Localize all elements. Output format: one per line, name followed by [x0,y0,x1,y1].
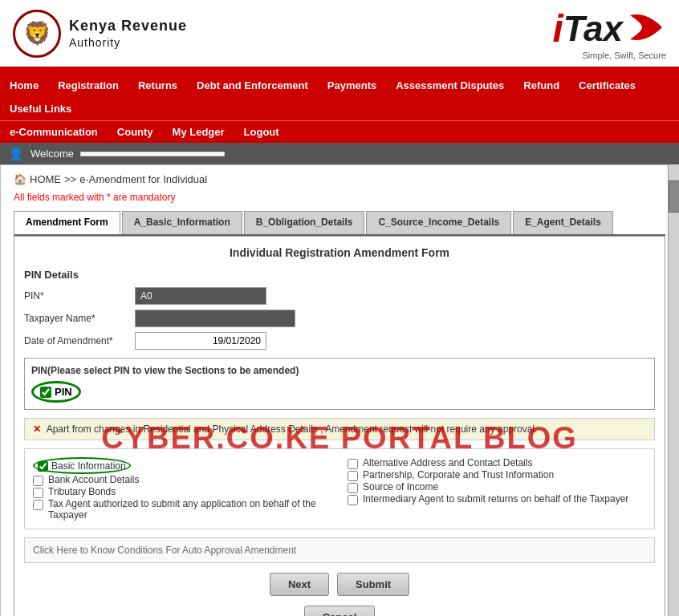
mandatory-note: All fields marked with * are mandatory [14,192,665,203]
basic-info-label: Basic Information [51,460,126,472]
pin-details-title: PIN Details [24,269,655,281]
option-partnership: Partnership, Corporate and Trust Informa… [348,469,646,481]
submit-button[interactable]: Submit [337,573,409,596]
taxpayer-input[interactable] [135,310,295,327]
pin-select-section: PIN(Please select PIN to view the Sectio… [24,358,655,410]
tab-amendment-form[interactable]: Amendment Form [14,211,120,234]
kra-name: Kenya Revenue [69,17,187,35]
nav-refund[interactable]: Refund [514,74,569,97]
source-income-checkbox[interactable] [348,483,358,493]
tabs-container: Amendment Form A_Basic_Information B_Obl… [14,211,665,236]
pin-checkbox-label: PIN [55,386,72,398]
nav-payments[interactable]: Payments [318,74,386,97]
auto-approval-section[interactable]: Click Here to Know Conditions For Auto A… [24,537,655,563]
tab-source-income[interactable]: C_Source_Income_Details [366,211,511,234]
intermediary-agent-checkbox[interactable] [348,495,358,505]
pin-input[interactable] [135,287,266,305]
nav-home[interactable]: Home [0,74,48,97]
date-input[interactable] [135,332,266,350]
pin-row: PIN* [24,287,655,305]
user-icon: 👤 [8,146,24,161]
itax-swoosh-icon [626,7,666,47]
option-tax-agent: Tax Agent authorized to submit any appli… [33,498,331,521]
option-basic-info: Basic Information [33,457,331,474]
nav-ecommunication[interactable]: e-Communication [0,121,108,143]
tax-agent-checkbox[interactable] [33,500,43,510]
nav-logout[interactable]: Logout [234,121,289,143]
itax-tax-text: Tax [563,9,623,49]
breadcrumb-home[interactable]: HOME [30,173,61,185]
itax-tagline: Simple, Swift, Secure [552,51,666,60]
nav-debt-enforcement[interactable]: Debt and Enforcement [187,74,318,97]
breadcrumb-current: e-Amendment for Individual [79,173,207,185]
pin-section-title: PIN(Please select PIN to view the Sectio… [31,365,648,376]
source-income-label: Source of Income [363,481,438,492]
amendment-options-grid: Basic Information Bank Account Details T… [24,448,655,529]
tab-basic-information[interactable]: A_Basic_Information [122,211,242,234]
alt-address-label: Alternative Address and Contact Details [363,457,532,468]
welcome-name-display [80,152,225,156]
itax-i-letter: i [552,6,563,51]
option-bank-account: Bank Account Details [33,474,331,486]
notice-bar: ✕ Apart from changes in Residential and … [24,418,655,440]
form-section: CYBER.CO.KE PORTAL BLOG Individual Regis… [14,236,665,616]
pin-checkbox[interactable] [40,387,51,398]
nav-row2: e-Communication County My Ledger Logout [0,120,679,143]
basic-info-highlight: Basic Information [33,457,131,474]
kra-lion-logo: 🦁 [13,10,61,58]
scrollbar-track[interactable] [668,164,679,616]
breadcrumb: 🏠 HOME >> e-Amendment for Individual [14,173,665,185]
nav-registration[interactable]: Registration [48,74,128,97]
bank-account-label: Bank Account Details [48,474,139,485]
tributary-bonds-label: Tributary Bonds [48,486,116,497]
nav-row1: Home Registration Returns Debt and Enfor… [0,74,679,120]
pin-label: PIN* [24,290,128,302]
taxpayer-label: Taxpayer Name* [24,313,128,324]
partnership-checkbox[interactable] [348,471,358,481]
tab-agent-details[interactable]: E_Agent_Details [513,211,613,234]
welcome-bar: 👤 Welcome [0,143,679,164]
nav-my-ledger[interactable]: My Ledger [163,121,234,143]
form-title: Individual Registration Amendment Form [24,246,655,259]
auto-approval-text: Click Here to Know Conditions For Auto A… [33,545,296,556]
partnership-label: Partnership, Corporate and Trust Informa… [363,469,554,480]
notice-text: Apart from changes in Residential and Ph… [47,424,538,435]
nav-county[interactable]: County [108,121,163,143]
option-source-income: Source of Income [348,481,646,493]
tab-obligation-details[interactable]: B_Obligation_Details [244,211,365,234]
nav-certificates[interactable]: Certificates [569,74,645,97]
itax-logo: i Tax Simple, Swift, Secure [552,6,666,60]
bank-account-checkbox[interactable] [33,476,43,486]
date-label: Date of Amendment* [24,335,128,346]
intermediary-agent-label: Intermediary Agent to submit returns on … [363,493,628,505]
home-icon: 🏠 [14,173,26,185]
x-mark-icon: ✕ [33,424,41,435]
primary-button-row: Next Submit [24,573,655,596]
main-content: 🏠 HOME >> e-Amendment for Individual All… [0,164,679,616]
option-tributary-bonds: Tributary Bonds [33,486,331,498]
nav-returns[interactable]: Returns [128,74,187,97]
option-alt-address: Alternative Address and Contact Details [348,457,646,469]
breadcrumb-separator: >> [64,173,76,185]
cancel-button[interactable]: Cancel [304,606,376,616]
scrollbar-thumb[interactable] [669,180,679,213]
pin-checkbox-highlight: PIN [31,381,81,403]
basic-info-checkbox[interactable] [38,461,48,472]
nav-useful-links[interactable]: Useful Links [0,97,81,120]
date-row: Date of Amendment* [24,332,655,350]
cancel-button-row: Cancel [24,606,655,616]
nav-assessment-disputes[interactable]: Assessment Disputes [386,74,514,97]
options-right-col: Alternative Address and Contact Details … [348,457,646,521]
alt-address-checkbox[interactable] [348,459,358,469]
options-left-col: Basic Information Bank Account Details T… [33,457,331,521]
taxpayer-row: Taxpayer Name* [24,310,655,327]
next-button[interactable]: Next [270,573,329,596]
kra-authority: Authority [69,35,187,50]
option-intermediary-agent: Intermediary Agent to submit returns on … [348,493,646,505]
pin-checkbox-row: PIN [31,381,648,403]
welcome-label: Welcome [30,148,74,160]
tax-agent-label: Tax Agent authorized to submit any appli… [48,498,331,521]
tributary-bonds-checkbox[interactable] [33,488,43,498]
